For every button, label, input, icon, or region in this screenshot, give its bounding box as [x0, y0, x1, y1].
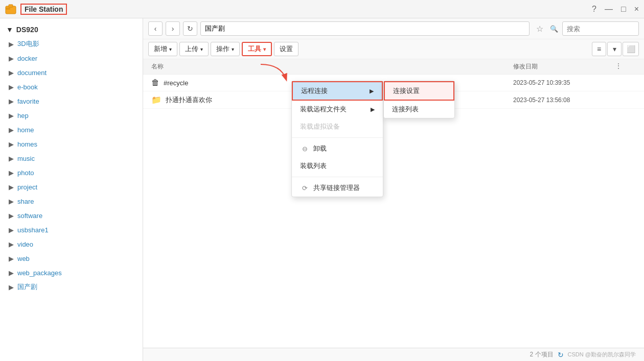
sidebar-item-webpackages[interactable]: ▶ web_packages	[0, 266, 143, 280]
operate-caret: ▾	[232, 46, 234, 52]
col-date-header: 修改日期	[513, 62, 615, 71]
search-input[interactable]	[562, 21, 639, 36]
window-controls: ? — □ ×	[592, 5, 639, 14]
share-icon: ⟳	[300, 184, 309, 192]
view-options-button[interactable]: ▾	[607, 42, 622, 56]
file-date-recycle: 2023-05-27 10:39:35	[513, 79, 615, 86]
sidebar-item-homes[interactable]: ▶ homes	[0, 137, 143, 151]
sidebar-link-3d[interactable]: 3D电影	[17, 39, 39, 49]
sidebar-item-software[interactable]: ▶ software	[0, 208, 143, 223]
new-caret: ▾	[169, 46, 172, 52]
sidebar-item-ebook[interactable]: ▶ e-book	[0, 80, 143, 94]
col-name-header: 名称	[151, 62, 513, 71]
operate-button[interactable]: 操作 ▾	[211, 42, 240, 56]
menu-divider-2	[292, 177, 383, 177]
new-button[interactable]: 新增 ▾	[148, 42, 177, 56]
unmount-label: 卸载	[313, 144, 327, 153]
mount-remote-label: 装载远程文件夹	[300, 105, 347, 114]
sidebar-item-share[interactable]: ▶ share	[0, 194, 143, 208]
sidebar-item-usbshare1[interactable]: ▶ usbshare1	[0, 223, 143, 237]
sidebar-item-document[interactable]: ▶ document	[0, 65, 143, 80]
submenu-item-connect-settings[interactable]: 连接设置	[384, 81, 454, 101]
sidebar-link-project[interactable]: project	[17, 183, 37, 191]
menu-item-remote-connect[interactable]: 远程连接 ▶	[292, 81, 383, 101]
unmount-icon: ⊖	[300, 145, 309, 153]
back-button[interactable]: ‹	[148, 21, 163, 36]
sidebar-item-web[interactable]: ▶ web	[0, 251, 143, 266]
tools-button[interactable]: 工具 ▾	[242, 42, 272, 56]
upload-button[interactable]: 上传 ▾	[179, 42, 209, 56]
col-menu-header: ⋮	[615, 62, 636, 71]
sidebar-link-photo[interactable]: photo	[17, 169, 34, 177]
bookmark-button[interactable]: ☆	[533, 21, 547, 36]
app-title: File Station	[20, 4, 67, 15]
help-button[interactable]: ?	[592, 5, 596, 14]
watermark-text: CSDN @勤奋的凯尔森同学	[568, 351, 636, 358]
menu-divider-1	[292, 137, 383, 138]
sidebar-link-music[interactable]: music	[17, 155, 35, 162]
upload-caret: ▾	[200, 46, 203, 52]
main-layout: ▼ DS920 ▶ 3D电影 ▶ docker ▶ document ▶ e-b…	[0, 18, 644, 361]
statusbar-refresh-icon[interactable]: ↻	[558, 351, 564, 359]
close-button[interactable]: ×	[634, 5, 639, 14]
sidebar-root-label: DS920	[16, 26, 38, 34]
sidebar-item-music[interactable]: ▶ music	[0, 151, 143, 165]
forward-button[interactable]: ›	[166, 21, 180, 36]
file-list-header: 名称 修改日期 ⋮	[143, 59, 644, 75]
sidebar-item-photo[interactable]: ▶ photo	[0, 165, 143, 180]
sidebar-link-docker[interactable]: docker	[17, 55, 37, 62]
sidebar-item-favorite[interactable]: ▶ favorite	[0, 94, 143, 108]
menu-item-share-manager[interactable]: ⟳ 共享链接管理器	[292, 179, 383, 197]
menu-item-mount-remote[interactable]: 装载远程文件夹 ▶	[292, 101, 383, 118]
file-date-folder: 2023-05-27 13:56:08	[513, 97, 615, 104]
sidebar-link-home[interactable]: home	[17, 126, 34, 134]
sidebar-link-video[interactable]: video	[17, 240, 33, 248]
sidebar-link-web[interactable]: web	[17, 255, 30, 262]
settings-button[interactable]: 设置	[274, 42, 298, 56]
sidebar-link-homes[interactable]: homes	[17, 140, 37, 148]
sidebar-link-ebook[interactable]: e-book	[17, 83, 38, 91]
tools-dropdown-menu[interactable]: 远程连接 ▶ 装载远程文件夹 ▶ 装载虚拟设备 ⊖ 卸载 装载列表	[291, 81, 383, 197]
submenu-item-connect-list[interactable]: 连接列表	[384, 101, 454, 118]
nav-toolbar: ‹ › ↻ ☆ 🔍	[143, 18, 644, 39]
tools-caret: ▾	[263, 46, 266, 52]
refresh-button[interactable]: ↻	[183, 21, 197, 36]
sort-button[interactable]: ⬜	[623, 42, 639, 56]
item-count: 2 个项目	[530, 350, 554, 359]
mount-remote-arrow: ▶	[371, 106, 375, 113]
sidebar-link-hep[interactable]: hep	[17, 112, 29, 119]
sidebar-item-hep[interactable]: ▶ hep	[0, 108, 143, 123]
sidebar-link-software[interactable]: software	[17, 212, 42, 220]
sidebar-item-3d[interactable]: ▶ 3D电影	[0, 37, 143, 51]
sidebar-item-guocanju[interactable]: ▶ 国产剧	[0, 280, 143, 294]
list-view-button[interactable]: ≡	[592, 42, 606, 56]
sidebar-item-video[interactable]: ▶ video	[0, 237, 143, 251]
sidebar-item-docker[interactable]: ▶ docker	[0, 51, 143, 65]
remote-connect-label: 远程连接	[301, 86, 328, 95]
sidebar-link-document[interactable]: document	[17, 69, 47, 77]
svg-rect-1	[6, 8, 10, 10]
sidebar-link-webpackages[interactable]: web_packages	[17, 269, 62, 277]
sidebar-link-usbshare1[interactable]: usbshare1	[17, 226, 49, 234]
expand-arrow: ▼	[6, 26, 13, 34]
statusbar: 2 个项目 ↻ CSDN @勤奋的凯尔森同学	[143, 348, 644, 361]
folder-icon: 📁	[151, 95, 162, 105]
sidebar-item-home[interactable]: ▶ home	[0, 123, 143, 137]
sidebar-link-favorite[interactable]: favorite	[17, 98, 39, 105]
menu-item-mount-list[interactable]: 装载列表	[292, 157, 383, 175]
svg-rect-2	[9, 5, 13, 7]
remote-connect-submenu[interactable]: 连接设置 连接列表	[383, 81, 455, 118]
minimize-button[interactable]: —	[605, 5, 613, 14]
sidebar-root-ds920[interactable]: ▼ DS920	[0, 22, 143, 37]
titlebar: File Station ? — □ ×	[0, 0, 644, 18]
sidebar-link-guocanju[interactable]: 国产剧	[17, 282, 37, 292]
address-bar[interactable]	[200, 21, 530, 36]
recycle-icon: 🗑	[151, 78, 159, 87]
menu-item-unmount[interactable]: ⊖ 卸载	[292, 140, 383, 157]
submenu-arrow-icon: ▶	[370, 88, 374, 94]
sidebar-item-project[interactable]: ▶ project	[0, 180, 143, 194]
maximize-button[interactable]: □	[621, 5, 626, 14]
share-manager-label: 共享链接管理器	[313, 183, 360, 192]
connect-list-label: 连接列表	[392, 105, 419, 114]
sidebar-link-share[interactable]: share	[17, 198, 34, 205]
